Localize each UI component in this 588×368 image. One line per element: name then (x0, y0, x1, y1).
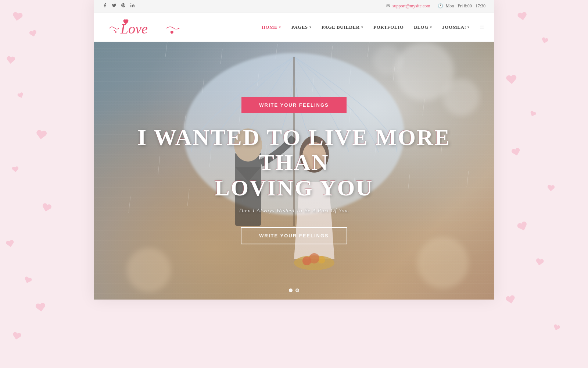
heart-decoration-10 (11, 330, 22, 344)
nav-blog-label: BLOG (414, 24, 429, 30)
heart-decoration-16 (546, 184, 555, 195)
write-feelings-top-button[interactable]: WRITE YOUR FEELINGS (241, 97, 346, 113)
nav-page-builder-label: PAGE BUILDER (322, 24, 360, 30)
nav-blog[interactable]: BLOG ▾ (414, 24, 432, 30)
home-chevron: ▾ (279, 25, 281, 29)
hero-title: I WANTED TO LIVE MORE THAN LOVING YOU (116, 125, 472, 200)
heart-decoration-8 (22, 275, 33, 287)
hours-info: 🕐 Mon - Fri 8:00 - 17:30 (438, 3, 485, 9)
nav-pages-label: PAGES (291, 24, 308, 30)
heart-decoration-19 (505, 293, 517, 308)
topbar: ✉ support@mysite.com 🕐 Mon - Fri 8:00 - … (94, 0, 494, 13)
blog-chevron: ▾ (430, 25, 432, 29)
pages-chevron: ▾ (309, 25, 312, 29)
heart-decoration-4 (34, 128, 48, 144)
heart-decoration-1 (28, 29, 39, 41)
heart-decoration-5 (11, 165, 19, 175)
nav-joomla-label: JOOMLA! (442, 24, 466, 30)
nav-home[interactable]: HOME ▾ (262, 24, 281, 30)
nav-portfolio[interactable]: PORTFOLIO (373, 24, 404, 30)
svg-point-3 (114, 30, 115, 31)
hero-title-line1: I WANTED TO LIVE MORE THAN (137, 125, 451, 175)
topbar-contact: ✉ support@mysite.com 🕐 Mon - Fri 8:00 - … (386, 3, 485, 9)
hamburger-menu[interactable]: ≡ (480, 23, 484, 31)
email-link[interactable]: support@mysite.com (392, 3, 430, 8)
email-contact: ✉ support@mysite.com (386, 3, 430, 9)
nav-pages[interactable]: PAGES ▾ (291, 24, 311, 30)
heart-decoration-13 (505, 73, 518, 89)
svg-point-2 (115, 31, 116, 33)
heart-decoration-2 (6, 55, 16, 68)
main-nav: HOME ▾ PAGES ▾ PAGE BUILDER ▾ PORTFOLIO … (262, 23, 484, 31)
heart-decoration-14 (528, 109, 537, 120)
hero-subtitle: Then I Always Wished To Be A Part Of You… (239, 208, 349, 214)
hours-text: Mon - Fri 8:00 - 17:30 (446, 3, 485, 8)
hero-section: WRITE YOUR FEELINGS I WANTED TO LIVE MOR… (94, 42, 494, 300)
heart-decoration-18 (534, 257, 545, 269)
slider-dots (289, 289, 299, 292)
heart-decoration-15 (510, 146, 523, 160)
facebook-icon[interactable] (103, 3, 107, 9)
logo-svg: Love (104, 14, 185, 40)
heart-decoration-9 (35, 301, 47, 316)
pinterest-icon[interactable] (121, 3, 126, 9)
joomla-chevron: ▾ (467, 25, 470, 29)
write-feelings-outline-button[interactable]: WRITE YOUR FEELINGS (241, 227, 347, 244)
slider-dot-2[interactable] (295, 289, 299, 292)
heart-decoration-3 (17, 91, 26, 102)
nav-joomla[interactable]: JOOMLA! ▾ (442, 24, 469, 30)
twitter-icon[interactable] (112, 3, 116, 9)
svg-text:Love: Love (120, 21, 148, 36)
heart-decoration-20 (552, 323, 562, 334)
nav-portfolio-label: PORTFOLIO (373, 24, 404, 30)
heart-decoration-17 (516, 219, 531, 236)
heart-decoration-12 (540, 36, 549, 47)
heart-decoration-6 (40, 201, 53, 216)
slider-dot-1[interactable] (289, 289, 293, 292)
nav-home-label: HOME (262, 24, 277, 30)
page-wrapper: ✉ support@mysite.com 🕐 Mon - Fri 8:00 - … (94, 0, 494, 300)
header: Love HOME ▾ PAGES ▾ PAGE BUILDER ▾ (94, 13, 494, 42)
heart-decoration-0 (11, 10, 24, 26)
logo-area: Love (104, 14, 185, 40)
page-builder-chevron: ▾ (361, 25, 363, 29)
email-icon: ✉ (386, 3, 390, 8)
hero-content: WRITE YOUR FEELINGS I WANTED TO LIVE MOR… (94, 42, 494, 300)
heart-decoration-7 (5, 238, 16, 251)
svg-point-0 (130, 3, 131, 4)
logo[interactable]: Love (104, 14, 185, 40)
heart-decoration-11 (516, 10, 529, 25)
hero-title-line2: LOVING YOU (215, 175, 373, 200)
nav-page-builder[interactable]: PAGE BUILDER ▾ (322, 24, 363, 30)
linkedin-icon[interactable] (130, 3, 135, 9)
topbar-social (103, 3, 135, 9)
clock-icon: 🕐 (438, 3, 443, 8)
